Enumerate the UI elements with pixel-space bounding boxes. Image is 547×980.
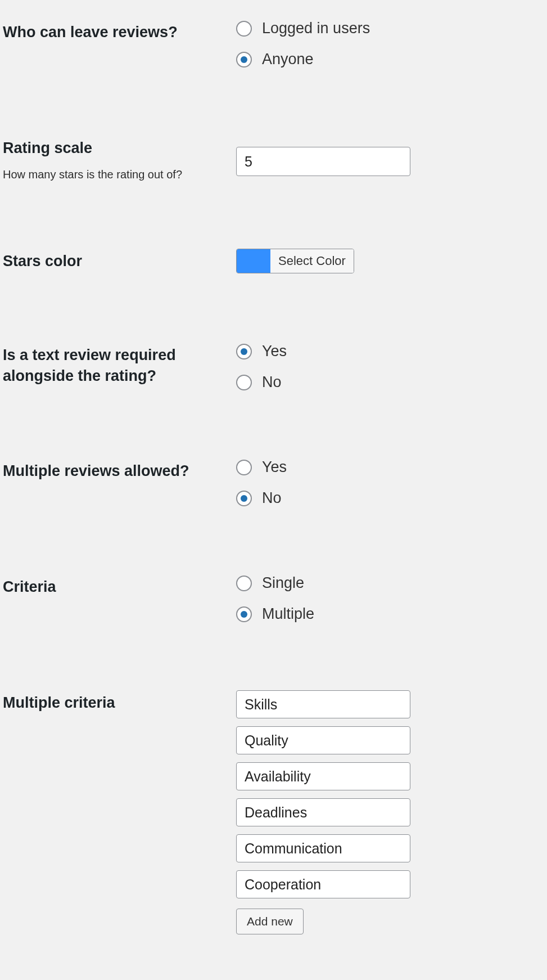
label-criteria: Criteria xyxy=(3,577,236,597)
label-rating-scale: Rating scale xyxy=(3,138,236,158)
radio-criteria-multiple[interactable] xyxy=(236,606,252,622)
row-multiple-criteria: Multiple criteria Add new xyxy=(3,690,544,934)
row-who-can-review: Who can leave reviews? Logged in users A… xyxy=(3,20,544,68)
add-new-button[interactable]: Add new xyxy=(236,909,304,934)
input-rating-scale[interactable] xyxy=(236,147,410,176)
radio-group-text-required: Yes No xyxy=(236,343,544,391)
color-swatch xyxy=(237,249,270,273)
radio-label-criteria-multiple: Multiple xyxy=(262,605,314,623)
sublabel-rating-scale: How many stars is the rating out of? xyxy=(3,168,236,181)
radio-multiple-reviews-yes[interactable] xyxy=(236,460,252,475)
radio-label-multiple-reviews-yes: Yes xyxy=(262,458,287,476)
row-criteria: Criteria Single Multiple xyxy=(3,574,544,623)
radio-multiple-reviews-no[interactable] xyxy=(236,491,252,506)
radio-criteria-single[interactable] xyxy=(236,576,252,591)
radio-label-logged-in-users: Logged in users xyxy=(262,20,370,37)
criteria-input[interactable] xyxy=(236,726,410,754)
multiple-criteria-list: Add new xyxy=(236,690,544,934)
select-color-button[interactable]: Select Color xyxy=(270,249,354,273)
label-who-can-review: Who can leave reviews? xyxy=(3,22,236,42)
radio-text-required-yes[interactable] xyxy=(236,344,252,359)
radio-group-criteria: Single Multiple xyxy=(236,574,544,623)
row-rating-scale: Rating scale How many stars is the ratin… xyxy=(3,136,544,181)
radio-label-text-required-yes: Yes xyxy=(262,343,287,360)
radio-anyone[interactable] xyxy=(236,52,252,68)
radio-label-text-required-no: No xyxy=(262,374,282,391)
radio-group-who-can-review: Logged in users Anyone xyxy=(236,20,544,68)
row-stars-color: Stars color Select Color xyxy=(3,249,544,275)
radio-logged-in-users[interactable] xyxy=(236,21,252,37)
label-multiple-criteria: Multiple criteria xyxy=(3,693,236,713)
label-multiple-reviews: Multiple reviews allowed? xyxy=(3,461,236,481)
criteria-input[interactable] xyxy=(236,690,410,718)
color-picker[interactable]: Select Color xyxy=(236,249,354,273)
radio-label-multiple-reviews-no: No xyxy=(262,489,282,507)
criteria-input[interactable] xyxy=(236,834,410,862)
label-text-required: Is a text review required alongside the … xyxy=(3,345,236,386)
radio-label-anyone: Anyone xyxy=(262,51,314,68)
radio-label-criteria-single: Single xyxy=(262,574,304,592)
label-stars-color: Stars color xyxy=(3,251,236,271)
radio-group-multiple-reviews: Yes No xyxy=(236,458,544,507)
radio-text-required-no[interactable] xyxy=(236,375,252,390)
row-multiple-reviews: Multiple reviews allowed? Yes No xyxy=(3,458,544,507)
criteria-input[interactable] xyxy=(236,798,410,826)
criteria-input[interactable] xyxy=(236,762,410,790)
row-text-required: Is a text review required alongside the … xyxy=(3,343,544,391)
criteria-input[interactable] xyxy=(236,870,410,898)
